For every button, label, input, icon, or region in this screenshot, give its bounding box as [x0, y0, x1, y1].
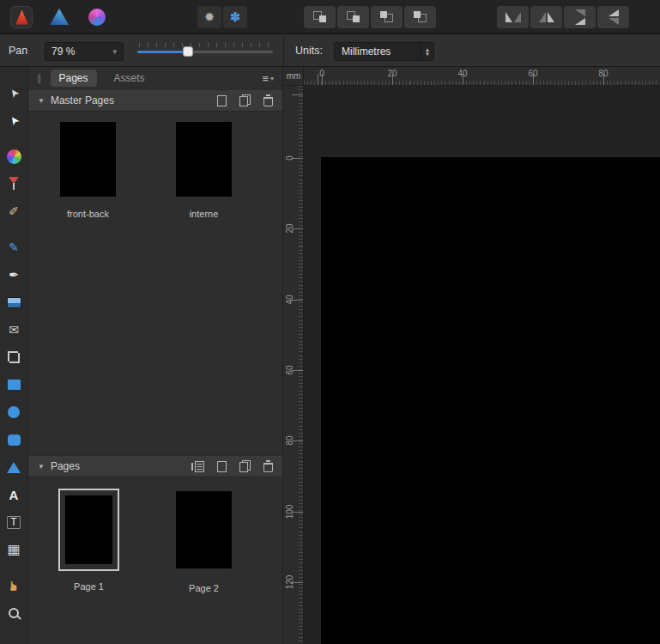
- master-pages-actions: [217, 94, 273, 106]
- move-tool[interactable]: ➤: [0, 79, 28, 106]
- panel-grip-icon[interactable]: ∥: [37, 73, 42, 84]
- ruler-label: 100: [284, 503, 296, 520]
- units-dropdown[interactable]: Millimetres ▴ ▾: [334, 42, 434, 61]
- photo-logo-icon: [88, 9, 106, 26]
- delete-master-page-icon[interactable]: [263, 97, 273, 106]
- page-item-selected[interactable]: Page 1: [58, 489, 119, 592]
- rectangle-tool[interactable]: [0, 371, 28, 398]
- node-tool[interactable]: ➤: [0, 106, 28, 134]
- ruler-label: 60: [284, 361, 296, 379]
- flip-horizontal-icon: [506, 12, 521, 22]
- frame-text-tool-icon: T: [7, 516, 20, 529]
- disclosure-triangle-icon[interactable]: ▼: [38, 463, 45, 471]
- publisher-persona-button[interactable]: [9, 4, 34, 30]
- move-to-back-button[interactable]: [404, 6, 436, 28]
- delete-page-icon[interactable]: [263, 463, 273, 472]
- master-page-thumbnail[interactable]: [176, 122, 232, 197]
- panel-menu-button[interactable]: ≡ ▾: [262, 72, 274, 85]
- flip-vertical-button[interactable]: [530, 6, 562, 28]
- master-pages-title: Master Pages: [51, 94, 114, 106]
- place-image-tool[interactable]: [0, 289, 28, 316]
- master-page-item[interactable]: interne: [176, 122, 232, 219]
- add-page-icon[interactable]: [217, 461, 227, 472]
- disclosure-triangle-icon[interactable]: ▼: [38, 97, 45, 105]
- tool-rail: ➤➤✐✎✒✉AT▦☛: [0, 67, 28, 644]
- master-page-item[interactable]: front-back: [60, 122, 116, 219]
- artistic-text-tool[interactable]: A: [0, 481, 28, 508]
- seal-icon: ✹: [204, 10, 215, 23]
- style-picker-tool[interactable]: [0, 170, 28, 197]
- artistic-text-tool-icon: A: [9, 489, 19, 501]
- page-selection-border[interactable]: [58, 489, 119, 571]
- picture-frame-tool[interactable]: ✉: [0, 316, 28, 343]
- rotate-clockwise-button[interactable]: [597, 6, 629, 28]
- master-page-thumbnail[interactable]: [60, 122, 116, 197]
- flower-icon: ✽: [230, 10, 241, 23]
- page-thumbnail[interactable]: [65, 495, 112, 564]
- frame-text-tool[interactable]: T: [0, 508, 28, 536]
- ruler-label: 120: [284, 574, 296, 591]
- ellipse-tool-icon: [8, 406, 20, 418]
- node-tool-icon: ➤: [7, 113, 21, 127]
- move-forward-icon: [347, 11, 360, 22]
- preflight-button[interactable]: ✹: [197, 6, 221, 28]
- pages-actions: [195, 460, 273, 472]
- order-button-group: [304, 6, 436, 28]
- zoom-tool[interactable]: [0, 599, 28, 627]
- designer-logo-icon: [50, 9, 69, 25]
- colour-picker-tool[interactable]: ✐: [0, 197, 28, 225]
- table-tool-icon: ▦: [7, 543, 20, 556]
- units-label: Units:: [295, 45, 323, 57]
- add-master-page-icon[interactable]: [217, 95, 227, 106]
- ruler-label: 20: [384, 69, 401, 78]
- master-pages-list: front-back interne: [28, 112, 282, 455]
- page-item[interactable]: Page 2: [176, 489, 232, 593]
- tab-pages[interactable]: Pages: [51, 70, 97, 87]
- document-page[interactable]: [321, 157, 660, 644]
- table-tool[interactable]: ▦: [0, 536, 28, 563]
- units-value: Millimetres: [342, 46, 391, 58]
- tab-assets[interactable]: Assets: [106, 70, 154, 87]
- assets-button[interactable]: ✽: [223, 6, 247, 28]
- duplicate-page-icon[interactable]: [239, 460, 251, 472]
- move-to-front-button[interactable]: [304, 6, 336, 28]
- photo-persona-button[interactable]: [84, 4, 110, 30]
- pen-tool[interactable]: ✒: [0, 261, 28, 289]
- zoom-dropdown[interactable]: 79 % ▾: [45, 42, 124, 61]
- units-stepper[interactable]: ▴ ▾: [421, 43, 433, 60]
- move-backward-button[interactable]: [371, 6, 403, 28]
- ruler-label: 0: [284, 149, 296, 167]
- rounded-rectangle-tool-icon: [8, 434, 21, 446]
- ruler-unit-corner[interactable]: mm: [284, 67, 304, 86]
- horizontal-ruler[interactable]: 020406080: [304, 67, 660, 86]
- fill-gradient-tool[interactable]: [0, 143, 28, 170]
- persona-switcher: [9, 4, 110, 30]
- view-tool-icon: ☛: [7, 580, 20, 591]
- rotate-counterclockwise-button[interactable]: [564, 6, 596, 28]
- zoom-tool-icon: [9, 608, 19, 618]
- move-forward-button[interactable]: [337, 6, 369, 28]
- slider-thumb[interactable]: [183, 46, 193, 57]
- document-workspace[interactable]: [304, 86, 660, 644]
- menu-icon: ≡: [262, 72, 269, 85]
- insert-pages-icon[interactable]: [195, 461, 204, 472]
- page-thumbnail[interactable]: [176, 491, 232, 568]
- ellipse-tool[interactable]: [0, 398, 28, 426]
- pages-header: ▼ Pages: [28, 455, 282, 477]
- stepper-down-icon: ▾: [426, 52, 429, 56]
- vector-crop-tool[interactable]: [0, 343, 28, 371]
- move-backward-icon: [380, 11, 393, 22]
- rounded-rectangle-tool[interactable]: [0, 426, 28, 453]
- pencil-tool[interactable]: ✎: [0, 234, 28, 261]
- view-tool[interactable]: ☛: [0, 572, 28, 599]
- publisher-logo-icon: [10, 6, 33, 28]
- designer-persona-button[interactable]: [46, 4, 72, 30]
- duplicate-master-page-icon[interactable]: [239, 94, 251, 106]
- vertical-ruler[interactable]: 020406080100120: [284, 86, 304, 644]
- pan-label: Pan: [9, 45, 27, 57]
- zoom-slider[interactable]: [136, 35, 275, 67]
- flip-horizontal-button[interactable]: [497, 6, 529, 28]
- ruler-label: 40: [284, 291, 296, 308]
- colour-picker-tool-icon: ✐: [9, 205, 19, 217]
- triangle-tool[interactable]: [0, 453, 28, 481]
